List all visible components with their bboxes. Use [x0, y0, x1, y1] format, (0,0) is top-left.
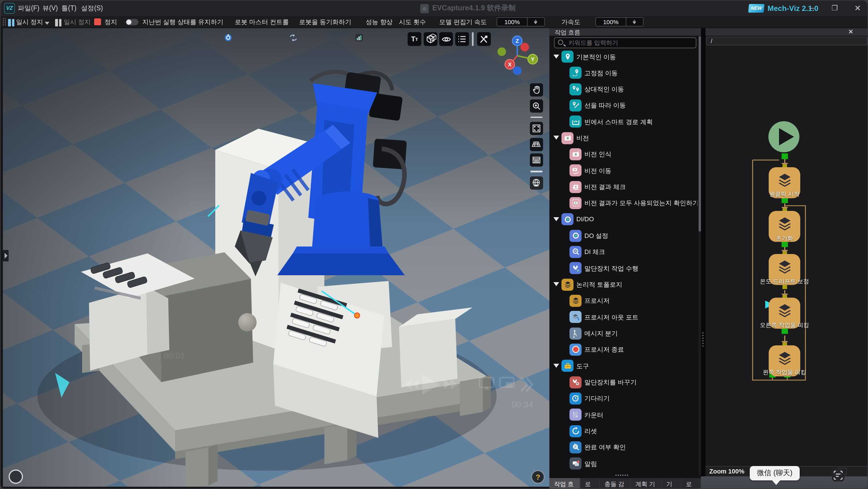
model-editor-icon — [429, 33, 437, 41]
restore-button[interactable]: ❐ — [826, 1, 843, 16]
pause2-button[interactable]: 일시 정지 — [64, 16, 91, 28]
tab-2[interactable]: 충돌 감지 — [600, 478, 631, 489]
tree-item-24[interactable]: 완료 여부 확인 — [549, 439, 698, 456]
tree-category-5[interactable]: 비전 — [549, 130, 698, 146]
graph-node-1[interactable]: 초기화 — [769, 211, 800, 242]
panel-splitter[interactable] — [701, 28, 705, 478]
stop-button[interactable]: 정지 — [104, 16, 117, 28]
graph-node-0[interactable]: 원클릭 시작 — [769, 167, 800, 198]
tree-label: 완료 여부 확인 — [584, 443, 626, 452]
fit-view-button[interactable] — [530, 122, 543, 135]
tree-item-8[interactable]: 비전 결과 체크 — [549, 179, 698, 195]
tree-item-2[interactable]: 상대적인 이동 — [549, 81, 698, 97]
cam-route-icon — [569, 165, 582, 177]
toolbar-drag-handle[interactable] — [2, 18, 6, 26]
tab-3[interactable]: 계획 기록 — [631, 478, 662, 489]
orientation-gizmo[interactable]: Z Y X — [493, 35, 545, 81]
tree-item-3[interactable]: 선을 따라 이동 — [549, 97, 698, 114]
workflow-scrollbar-thumb[interactable] — [699, 36, 701, 232]
menu-tools[interactable]: 툴(T) — [61, 1, 76, 16]
graph-node-4[interactable]: 왼쪽 작업물 피킹 — [769, 345, 800, 376]
tree-item-9[interactable]: 비전 결과가 모두 사용되었는지 확인하기 — [549, 195, 698, 211]
robot-sync-button[interactable]: 로봇을 동기화하기 — [299, 16, 351, 28]
pause-caret[interactable] — [45, 17, 50, 28]
record-indicator — [9, 470, 22, 483]
model-editor-button[interactable]: 모델 편집기 — [439, 16, 472, 28]
tree-item-25[interactable]: 1알림 — [549, 456, 698, 472]
tree-item-7[interactable]: 비전 이동 — [549, 163, 698, 179]
tree-label: 프로시저 종료 — [584, 346, 624, 354]
measure-tools-button[interactable] — [477, 32, 491, 46]
tree-item-13[interactable]: 말단장치 작업 수행 — [549, 260, 698, 277]
tree-label: 기본적인 이동 — [577, 53, 616, 61]
visibility-button[interactable] — [439, 32, 453, 46]
speed-label: 속도 — [474, 16, 487, 28]
zoom-tool-button[interactable] — [530, 99, 543, 112]
tree-item-15[interactable]: 프로시저 — [549, 293, 698, 309]
tab-1[interactable]: 로봇 — [580, 478, 600, 489]
viewport-toolbar: Tт — [408, 32, 491, 46]
tree-item-17[interactable]: 메시지 분기 — [549, 325, 698, 342]
menu-file[interactable]: 파일(F) — [18, 1, 39, 16]
rec-time-b: 00:34 — [512, 399, 533, 409]
tab-4[interactable]: 기타 — [662, 478, 681, 489]
tree-item-23[interactable]: 리셋 — [549, 423, 698, 439]
tree-item-12[interactable]: DIDI 체크 — [549, 244, 698, 260]
menu-settings[interactable]: 설정(S) — [81, 1, 103, 16]
tree-label: 비전 결과가 모두 사용되었는지 확인하기 — [584, 199, 698, 208]
pan-tool-button[interactable] — [530, 83, 543, 96]
graph-node-2[interactable]: 온도 드리프트 보정 — [769, 254, 800, 285]
robot-master-button[interactable]: 로봇 마스터 컨트롤 — [235, 16, 289, 28]
collapse-arrow-icon[interactable] — [553, 217, 559, 221]
pause-button[interactable]: 일시 정지 — [16, 16, 43, 28]
minimize-button[interactable]: ─ — [803, 1, 820, 16]
tree-item-16[interactable]: 프로시저 아웃 포트 — [549, 309, 698, 325]
text-tool-button[interactable]: Tт — [408, 32, 422, 46]
svg-text:2: 2 — [576, 411, 577, 414]
panel-resize-handle[interactable] — [615, 474, 629, 477]
tree-label: 메시지 분기 — [584, 329, 618, 338]
attempts-button[interactable]: 시도 횟수 — [399, 16, 426, 28]
menu-view[interactable]: 뷰(V) — [42, 1, 58, 16]
panel-expander[interactable] — [3, 250, 9, 261]
collapse-arrow-icon[interactable] — [553, 136, 559, 140]
help-button[interactable]: ? — [532, 470, 544, 483]
layers-icon — [569, 295, 582, 307]
tree-category-0[interactable]: 기본적인 이동 — [549, 49, 698, 65]
tree-item-20[interactable]: 말단장치를 바꾸기 — [549, 374, 698, 391]
check-done-icon — [569, 441, 582, 453]
tree-category-10[interactable]: DI/DO — [549, 211, 698, 228]
ee-run-icon — [569, 262, 582, 275]
tab-5[interactable]: 로그 — [681, 478, 701, 489]
wait-icon — [569, 393, 582, 405]
list-view-button[interactable] — [455, 32, 469, 46]
collapse-arrow-icon[interactable] — [553, 282, 559, 286]
workflow-search-input[interactable]: 키워드를 입력하기 — [554, 37, 696, 48]
tree-item-6[interactable]: 비전 인식 — [549, 146, 698, 163]
speed-spinner[interactable]: 100% — [497, 17, 545, 26]
tree-item-22[interactable]: 1234카운터 — [549, 407, 698, 423]
3d-viewport[interactable]: 00:34 00:01 ? — [3, 28, 549, 486]
ground-grid-button[interactable] — [530, 138, 543, 151]
tree-item-21[interactable]: 기다리기 — [549, 391, 698, 407]
performance-button[interactable]: 성능 향상 — [366, 16, 393, 28]
tab-0[interactable]: 작업 흐름 — [549, 478, 580, 489]
tree-category-14[interactable]: 논리적 토폴로지 — [549, 277, 698, 293]
keep-state-toggle[interactable] — [126, 19, 138, 25]
tree-label: 비전 이동 — [584, 167, 611, 175]
close-button[interactable]: ✕ — [849, 1, 866, 16]
graph-breadcrumb[interactable]: / — [706, 36, 867, 45]
collapse-arrow-icon[interactable] — [553, 364, 559, 368]
collapse-arrow-icon[interactable] — [553, 54, 559, 58]
globe-view-button[interactable] — [530, 176, 543, 189]
tree-category-19[interactable]: 도구 — [549, 358, 698, 374]
tree-item-11[interactable]: DO 설정 — [549, 228, 698, 244]
scan-tool-button[interactable] — [832, 469, 844, 482]
tree-item-18[interactable]: 프로시저 종료 — [549, 342, 698, 358]
tree-item-1[interactable]: 고정점 이동 — [549, 65, 698, 81]
layers-list-button[interactable] — [530, 153, 543, 167]
panel-close-button[interactable]: ✕ — [846, 28, 856, 36]
tree-item-4[interactable]: 빈에서 스마트 경로 계획 — [549, 114, 698, 130]
graph-node-3[interactable]: 오른쪽 작업물 피킹 — [769, 298, 800, 329]
accel-spinner[interactable]: 100% — [595, 17, 644, 26]
